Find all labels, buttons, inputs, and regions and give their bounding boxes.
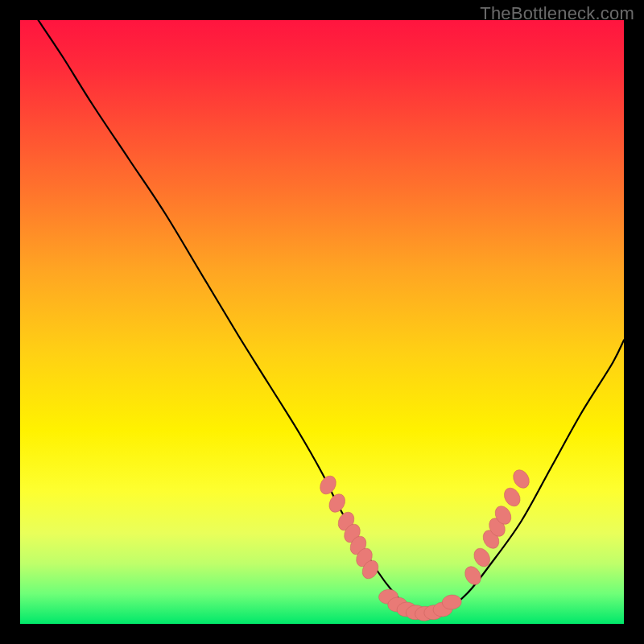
watermark-text: TheBottleneck.com [480, 3, 634, 24]
chart-frame: TheBottleneck.com [0, 0, 644, 644]
data-markers [317, 467, 533, 621]
data-marker [462, 564, 485, 588]
data-marker [326, 491, 349, 515]
chart-svg [20, 20, 624, 624]
plot-area [20, 20, 624, 624]
data-marker [317, 473, 340, 497]
data-marker [510, 467, 533, 491]
bottleneck-curve [39, 20, 625, 613]
data-marker [501, 485, 523, 510]
